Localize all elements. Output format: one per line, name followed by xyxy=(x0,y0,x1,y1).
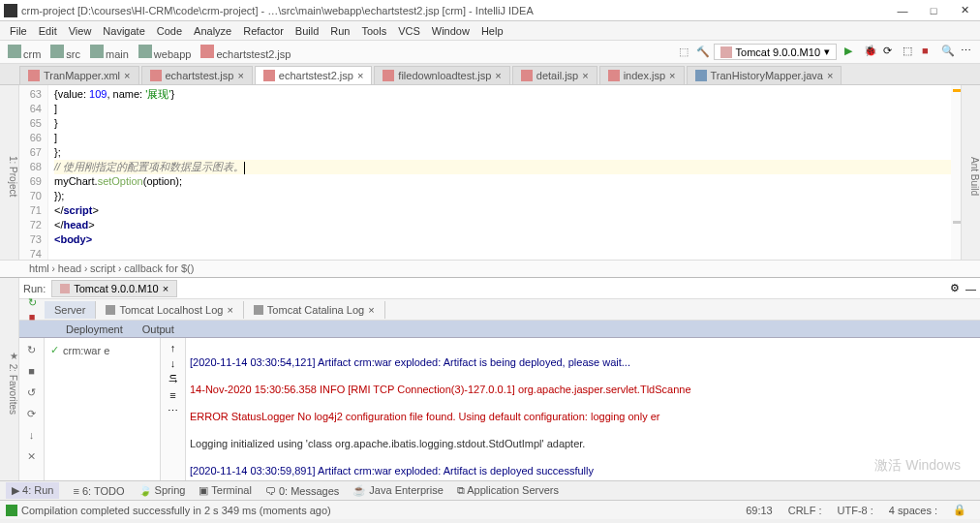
tool-terminal[interactable]: ▣ Terminal xyxy=(199,484,251,497)
clear-icon[interactable]: ⨯ xyxy=(24,448,40,464)
line-gutter[interactable]: 636465666768697071727374 xyxy=(19,85,48,260)
tool-java-enterprise[interactable]: ☕ Java Enterprise xyxy=(352,484,443,497)
hide-icon[interactable]: — xyxy=(965,283,976,294)
menu-vcs[interactable]: VCS xyxy=(392,25,426,37)
tool-messages[interactable]: 🗨 0: Messages xyxy=(265,485,339,497)
menu-help[interactable]: Help xyxy=(475,25,509,37)
right-tool-stripe[interactable]: Ant Build xyxy=(961,85,980,260)
coverage-icon[interactable]: ⟳ xyxy=(883,45,899,60)
tab-echartstest[interactable]: echartstest.jsp× xyxy=(141,66,253,84)
tool-spring[interactable]: 🍃 Spring xyxy=(138,484,186,497)
menu-analyze[interactable]: Analyze xyxy=(188,25,237,37)
bc-html[interactable]: html xyxy=(29,262,49,274)
build-icon[interactable]: 🔨 xyxy=(694,44,712,61)
left-tool-stripe-2[interactable]: ★ 2: Favorites xyxy=(0,278,19,480)
menu-file[interactable]: File xyxy=(4,25,33,37)
maximize-button[interactable]: □ xyxy=(922,2,945,19)
folder-icon xyxy=(50,45,64,58)
menu-refactor[interactable]: Refactor xyxy=(237,25,290,37)
subtab-server[interactable]: Server xyxy=(45,301,96,319)
crumb-main[interactable]: main xyxy=(86,45,133,60)
menu-navigate[interactable]: Navigate xyxy=(97,25,150,37)
gear-icon[interactable]: ⚙ xyxy=(950,282,960,294)
wrap-icon[interactable]: ⥹ xyxy=(168,373,177,385)
profile-icon[interactable]: ⬚ xyxy=(903,45,918,60)
tab-tranhistory[interactable]: TranHistoryMapper.java× xyxy=(687,66,842,84)
restart-icon[interactable]: ⟳ xyxy=(24,406,40,421)
close-button[interactable]: ✕ xyxy=(953,2,976,19)
rerun-icon[interactable]: ↻ xyxy=(28,296,37,309)
crumb-file[interactable]: echartstest2.jsp xyxy=(197,45,294,60)
crumb-webapp[interactable]: webapp xyxy=(135,45,196,60)
indent-setting[interactable]: 4 spaces : xyxy=(881,505,945,516)
more-icon[interactable]: ⋯ xyxy=(961,45,976,60)
left-tool-stripe[interactable]: 1: Project xyxy=(0,85,19,260)
menu-view[interactable]: View xyxy=(63,25,98,37)
bc-head[interactable]: head xyxy=(58,262,81,274)
tab-tranmapper[interactable]: TranMapper.xml× xyxy=(19,66,139,84)
more2-icon[interactable]: ⋯ xyxy=(168,405,178,417)
tab-echartstest2[interactable]: echartstest2.jsp× xyxy=(255,66,372,84)
menu-edit[interactable]: Edit xyxy=(33,25,63,37)
tab-filedownloadtest[interactable]: filedownloadtest.jsp× xyxy=(374,66,509,84)
tool-app-servers[interactable]: ⧉ Application Servers xyxy=(457,484,559,497)
debug-icon[interactable]: 🐞 xyxy=(864,45,879,60)
console-output[interactable]: [2020-11-14 03:30:54,121] Artifact crm:w… xyxy=(186,338,980,480)
menu-tools[interactable]: Tools xyxy=(355,25,392,37)
menu-run[interactable]: Run xyxy=(324,25,355,37)
output-header[interactable]: Output xyxy=(142,323,174,335)
subtab-catalina-log[interactable]: Tomcat Catalina Log× xyxy=(244,301,385,319)
run-config-select[interactable]: Tomcat 9.0.0.M10 ▾ xyxy=(714,44,837,60)
bc-callback[interactable]: callback for $() xyxy=(124,262,194,274)
run-header: Run: Tomcat 9.0.0.M10 × ⚙ — xyxy=(19,278,980,299)
subtab-localhost-log[interactable]: Tomcat Localhost Log× xyxy=(96,301,243,319)
error-stripe[interactable] xyxy=(951,85,961,260)
java-icon xyxy=(695,70,707,81)
run-icon[interactable]: ▶ xyxy=(844,45,860,60)
watermark: 激活 Windows xyxy=(874,457,961,475)
up-icon[interactable]: ↑ xyxy=(170,342,176,354)
code-area[interactable]: {value: 109, name: '展现'} ] } ] }; // 使用刚… xyxy=(48,85,951,260)
lock-icon[interactable]: 🔒 xyxy=(945,504,974,516)
log-line: [2020-11-14 03:30:54,121] Artifact crm:w… xyxy=(190,355,976,369)
close-icon[interactable]: × xyxy=(163,283,168,294)
tool-todo[interactable]: ≡ 6: TODO xyxy=(73,485,124,497)
scroll-icon[interactable]: ≡ xyxy=(169,389,175,401)
search-icon[interactable]: 🔍 xyxy=(941,45,957,60)
tab-index[interactable]: index.jsp× xyxy=(599,66,685,84)
tab-detail[interactable]: detail.jsp× xyxy=(512,66,597,84)
marker[interactable] xyxy=(953,221,961,224)
menubar: File Edit View Navigate Code Analyze Ref… xyxy=(0,21,980,41)
warning-marker[interactable] xyxy=(953,89,961,92)
file-encoding[interactable]: UTF-8 : xyxy=(830,505,881,516)
down2-icon[interactable]: ↓ xyxy=(170,357,176,369)
bc-script[interactable]: script xyxy=(90,262,115,274)
crumb-project[interactable]: crm xyxy=(4,45,45,60)
crumb-src[interactable]: src xyxy=(46,45,84,60)
jsp-icon xyxy=(383,70,394,81)
minimize-button[interactable]: — xyxy=(891,2,914,19)
run-tab[interactable]: Tomcat 9.0.0.M10 × xyxy=(51,280,177,297)
breadcrumb: html › head › script › callback for $() xyxy=(0,260,980,277)
folder-icon xyxy=(138,45,152,58)
line-separator[interactable]: CRLF : xyxy=(781,505,830,516)
deployment-list[interactable]: ✓ crm:war e xyxy=(45,338,161,480)
deploy-item[interactable]: ✓ crm:war e xyxy=(48,342,156,358)
redeploy-icon[interactable]: ↺ xyxy=(24,385,40,400)
menu-build[interactable]: Build xyxy=(290,25,324,37)
log-icon xyxy=(106,305,115,315)
check-icon: ✓ xyxy=(50,344,59,356)
tool-run[interactable]: ▶ 4: Run xyxy=(6,482,59,499)
run-panel: ★ 2: Favorites Run: Tomcat 9.0.0.M10 × ⚙… xyxy=(0,277,980,480)
deployment-header[interactable]: Deployment xyxy=(66,323,123,335)
stop-icon[interactable]: ■ xyxy=(922,45,937,60)
cursor-position[interactable]: 69:13 xyxy=(738,505,781,516)
menu-code[interactable]: Code xyxy=(151,25,188,37)
down-icon[interactable]: ↓ xyxy=(24,427,40,443)
log-line: Logging initialized using 'class org.apa… xyxy=(190,437,976,450)
status-ok-icon xyxy=(6,505,17,516)
stop2-icon[interactable]: ■ xyxy=(24,363,40,379)
menu-window[interactable]: Window xyxy=(426,25,475,37)
nav-back-icon[interactable]: ⬚ xyxy=(675,44,692,61)
update-icon[interactable]: ↻ xyxy=(24,342,40,357)
